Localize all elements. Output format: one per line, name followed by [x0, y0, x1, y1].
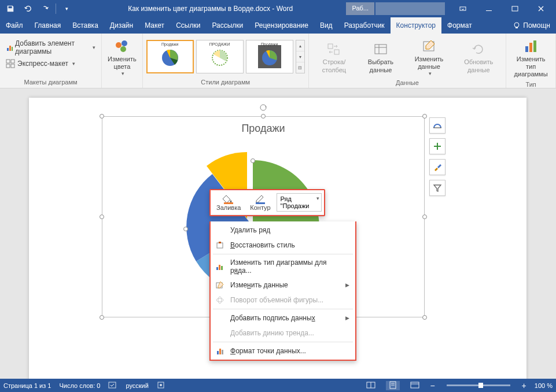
svg-rect-21: [334, 50, 339, 54]
tab-chart-design[interactable]: Конструктор: [391, 17, 441, 34]
tab-home[interactable]: Главная: [29, 17, 67, 34]
tell-me-help[interactable]: Помощн: [507, 17, 556, 34]
svg-point-15: [120, 46, 126, 52]
brush-icon: [433, 162, 442, 172]
close-button[interactable]: [528, 1, 554, 17]
status-language[interactable]: русский: [126, 382, 148, 389]
zoom-slider[interactable]: [447, 384, 510, 386]
zoom-out-button[interactable]: −: [430, 381, 435, 390]
maximize-button[interactable]: [502, 1, 528, 17]
resize-handle-mr[interactable]: [422, 215, 427, 219]
ctx-delete-series[interactable]: Удалить ряд: [211, 223, 355, 238]
quick-layout-button[interactable]: Экспресс-макет: [3, 58, 98, 69]
svg-rect-9: [6, 60, 10, 63]
resize-handle-tl[interactable]: [100, 114, 104, 119]
svg-rect-34: [216, 267, 218, 270]
chart-style-thumb-2[interactable]: ПРОДАЖИ: [196, 40, 244, 73]
lightbulb-icon: [513, 21, 521, 29]
svg-point-39: [218, 297, 222, 304]
view-print-layout[interactable]: [386, 381, 400, 390]
tab-file[interactable]: Файл: [0, 17, 29, 34]
edit-data-button[interactable]: Изменить данные: [406, 36, 453, 78]
chart-icon: [215, 262, 224, 271]
save-button[interactable]: [2, 1, 19, 16]
resize-handle-tr[interactable]: [422, 114, 427, 119]
rotate3d-icon: [215, 295, 224, 305]
ctx-reset-style[interactable]: ВВосстановить стильосстановить стиль: [211, 238, 355, 253]
add-chart-element-button[interactable]: + Добавить элемент диаграммы: [3, 38, 98, 57]
chart-filters-button[interactable]: [429, 180, 445, 196]
fill-button[interactable]: Заливка: [213, 193, 244, 212]
tab-references[interactable]: Ссылки: [170, 17, 206, 34]
chart-styles-button[interactable]: [429, 159, 445, 175]
rotate-handle[interactable]: [260, 104, 267, 111]
chart-style-thumb-3[interactable]: Продажи: [246, 40, 293, 73]
tab-layout[interactable]: Макет: [139, 17, 170, 34]
series-sel-point[interactable]: [183, 227, 188, 231]
switch-row-col-button[interactable]: Строка/ столбец: [312, 39, 356, 75]
chart-style-thumb-1[interactable]: Продажи: [146, 40, 194, 73]
group-chart-data: Строка/ столбец Выбрать данные Изменить …: [309, 34, 506, 88]
resize-handle-br[interactable]: [422, 315, 427, 320]
context-menu: Удалить ряд ВВосстановить стильосстанови…: [209, 221, 356, 361]
status-page[interactable]: Страница 1 из 1: [3, 382, 51, 389]
tab-format[interactable]: Формат: [441, 17, 478, 34]
style-gallery-more[interactable]: ▴▾⊟: [296, 40, 305, 73]
svg-rect-43: [109, 382, 116, 388]
ctx-edit-data[interactable]: Изменить данные ▶: [211, 278, 355, 293]
minimize-button[interactable]: [476, 1, 502, 17]
contextual-tab-label: Раб...: [346, 2, 374, 15]
ctx-add-data-labels[interactable]: Добавить подпись данных ▶: [211, 310, 355, 326]
document-area[interactable]: Продажи: [0, 88, 556, 379]
status-macro-icon[interactable]: [157, 381, 165, 390]
svg-rect-1: [486, 10, 492, 11]
change-colors-button[interactable]: Изменить цвета: [105, 36, 139, 78]
zoom-in-button[interactable]: +: [522, 381, 526, 390]
blank-icon: [215, 225, 224, 235]
ctx-format-data-point[interactable]: Формат точки данных...: [211, 343, 355, 358]
status-wordcount[interactable]: Число слов: 0: [59, 382, 100, 389]
chart-title[interactable]: Продажи: [102, 117, 424, 135]
qat-customize-button[interactable]: ▾: [58, 1, 75, 16]
tab-insert[interactable]: Вставка: [67, 17, 104, 34]
ctx-change-chart-type[interactable]: Изменить тип диаграммы для ряда...: [211, 256, 355, 278]
add-element-icon: +: [6, 43, 13, 52]
undo-button[interactable]: [20, 1, 36, 16]
tab-mailings[interactable]: Рассылки: [206, 17, 249, 34]
series-selector[interactable]: Ряд "Продажи: [277, 193, 322, 212]
refresh-data-button[interactable]: Обновить данные: [455, 39, 502, 75]
svg-point-3: [514, 23, 519, 27]
resize-handle-bl[interactable]: [100, 315, 104, 320]
ribbon-options-button[interactable]: [450, 1, 476, 17]
redo-button[interactable]: [37, 1, 53, 16]
svg-point-29: [260, 105, 266, 110]
zoom-thumb[interactable]: [478, 383, 483, 388]
change-chart-type-button[interactable]: Изменить тип диаграммы: [510, 36, 552, 80]
tab-developer[interactable]: Разработчик: [338, 17, 391, 34]
switch-icon: [326, 40, 341, 58]
select-data-button[interactable]: Выбрать данные: [358, 39, 403, 75]
status-proofing-icon[interactable]: [108, 381, 117, 390]
resize-handle-ml[interactable]: [100, 215, 104, 219]
svg-rect-41: [219, 349, 221, 354]
group-chart-layouts: + Добавить элемент диаграммы Экспресс-ма…: [0, 34, 102, 88]
zoom-level[interactable]: 100 %: [535, 382, 553, 389]
layout-options-button[interactable]: [429, 117, 445, 134]
outline-button[interactable]: Контур: [246, 193, 274, 212]
chart-style-gallery[interactable]: Продажи ПРОДАЖИ Продажи ▴▾⊟: [146, 40, 305, 73]
tab-design[interactable]: Дизайн: [104, 17, 139, 34]
view-web-layout[interactable]: [408, 381, 422, 390]
chart-elements-button[interactable]: [429, 138, 445, 154]
reset-icon: [215, 241, 224, 250]
svg-rect-42: [222, 350, 223, 354]
svg-rect-35: [219, 265, 220, 270]
resize-handle-tm[interactable]: [261, 114, 266, 119]
edit-data-icon: [422, 37, 437, 56]
tab-review[interactable]: Рецензирование: [249, 17, 314, 34]
group-chart-type: Изменить тип диаграммы Тип: [506, 34, 556, 88]
view-read-mode[interactable]: [364, 381, 378, 390]
fill-icon: [223, 194, 234, 204]
tab-view[interactable]: Вид: [314, 17, 338, 34]
series-sel-point[interactable]: [251, 158, 255, 163]
status-bar: Страница 1 из 1 Число слов: 0 русский − …: [0, 379, 556, 392]
